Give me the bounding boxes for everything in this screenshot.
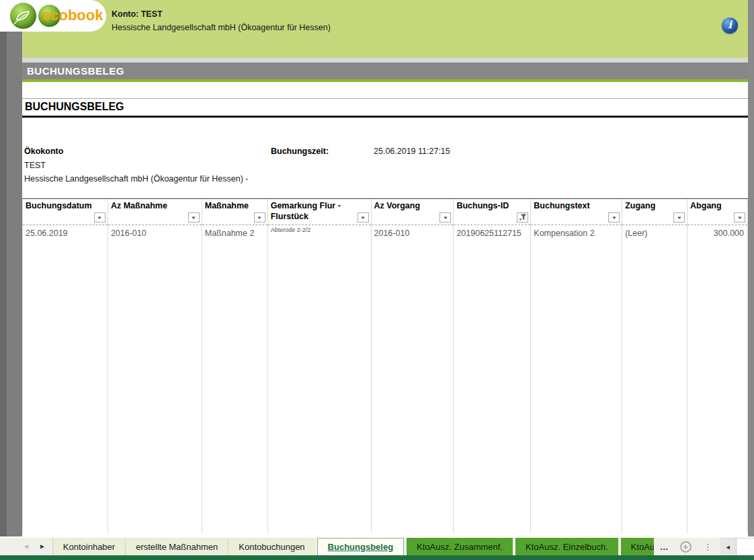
filter-arrow-icon: ▼	[737, 216, 743, 220]
column-az-vorgang: Az Vorgang▼2016-010	[372, 199, 454, 533]
cell-ma-nahme: Maßnahme 2	[202, 225, 267, 238]
tab-nav: ◄ ►	[0, 538, 52, 555]
tabbar-menu-icon[interactable]: ⋮	[697, 538, 719, 555]
column-header-buchungs-id: Buchungs-ID	[454, 199, 530, 225]
column-buchungstext: Buchungstext▼Kompensation 2	[531, 199, 622, 533]
column-header-label: Abgang	[690, 201, 722, 210]
cell-abgang: 300.000	[687, 225, 747, 238]
logo-wordmark: ecobook	[42, 7, 103, 24]
ecobook-logo: ecobook	[0, 0, 106, 32]
section-bar-accent	[22, 79, 748, 82]
info-icon[interactable]: i	[722, 17, 738, 34]
tab-overflow-ellipsis[interactable]: …	[654, 538, 675, 555]
filter-arrow-icon: ▼	[611, 216, 617, 220]
filter-arrow-icon: ▼	[257, 216, 263, 220]
sheet-tab-kontoinhaber[interactable]: Kontoinhaber	[52, 538, 125, 555]
column-buchungsdatum: Buchungsdatum▼25.06.2019	[23, 199, 108, 533]
column-header-ma-nahme: Maßnahme▼	[202, 199, 267, 225]
sheet-tab-buchungsbeleg[interactable]: Buchungsbeleg	[317, 538, 405, 555]
column-header-label: Buchungsdatum	[26, 201, 92, 210]
filter-button-buchungs-id[interactable]	[517, 212, 528, 223]
filter-button-buchungsdatum[interactable]: ▼	[94, 212, 106, 223]
column-az-ma-nahme: Az Maßnahme▼2016-010	[108, 199, 202, 533]
column-header-gemarkung-flur-flurst-ck: Gemarkung Flur - Flurstück▼	[268, 199, 371, 225]
sheet-tab-bar: ◄ ► Kontoinhabererstellte MaßnahmenKonto…	[0, 538, 754, 555]
column-header-az-ma-nahme: Az Maßnahme▼	[108, 199, 202, 225]
cell-buchungstext: Kompensation 2	[531, 225, 622, 238]
tab-strip: Kontoinhabererstellte MaßnahmenKontobuch…	[52, 538, 654, 555]
scroll-left-icon[interactable]: ◄	[720, 538, 736, 555]
top-banner: ecobook Konto: TEST Hessische Landgesell…	[0, 0, 754, 59]
account-subtitle: Hessische Landgesellschaft mbH (Ökoagent…	[112, 23, 331, 32]
column-zugang: Zugang▼(Leer)	[622, 199, 687, 533]
title-row-divider	[22, 98, 748, 99]
okokonto-name: TEST	[24, 161, 46, 170]
filter-arrow-icon: ▼	[191, 216, 197, 220]
column-header-zugang: Zugang▼	[622, 199, 687, 225]
left-window-margin	[0, 32, 22, 536]
filter-button-ma-nahme[interactable]: ▼	[254, 212, 265, 223]
cell-az-ma-nahme: 2016-010	[108, 225, 202, 238]
column-ma-nahme: Maßnahme▼Maßnahme 2	[202, 199, 268, 533]
status-strip	[0, 555, 754, 560]
account-info: Konto: TEST Hessische Landgesellschaft m…	[112, 9, 331, 32]
filter-button-zugang[interactable]: ▼	[673, 212, 685, 223]
filter-arrow-icon: ▼	[97, 216, 103, 220]
spacer-row	[22, 58, 748, 63]
scroll-track[interactable]	[736, 538, 754, 555]
column-header-abgang: Abgang▼	[687, 199, 747, 225]
bookings-table: Buchungsdatum▼25.06.2019Az Maßnahme▼2016…	[22, 198, 748, 533]
column-header-label: Zugang	[625, 201, 655, 210]
sheet-tab-ktoausz-zusammenf[interactable]: KtoAusz. Zusammenf.	[407, 538, 513, 555]
okokonto-label: Ökokonto	[24, 147, 63, 156]
filter-button-az-vorgang[interactable]: ▼	[439, 212, 451, 223]
column-header-label: Buchungstext	[534, 201, 589, 210]
next-sheet-icon[interactable]: ►	[39, 543, 46, 550]
column-header-buchungstext: Buchungstext▼	[531, 199, 622, 225]
sheet-tab-erstellte-ma-nahmen[interactable]: erstellte Maßnahmen	[125, 538, 228, 555]
section-bar-title: BUCHUNGSBELEG	[22, 63, 748, 79]
cell-gemarkung-flur-flurst-ck: Abterode 2-2/2	[268, 225, 371, 233]
filter-button-buchungstext[interactable]: ▼	[608, 212, 620, 223]
sheet-tab-kontobuchungen[interactable]: Kontobuchungen	[228, 538, 315, 555]
column-header-label: Gemarkung Flur - Flurstück	[271, 201, 341, 221]
filter-funnel-icon	[519, 214, 527, 221]
page-title: BUCHUNGSBELEG	[25, 101, 124, 113]
filter-arrow-icon: ▼	[442, 216, 448, 220]
filter-arrow-icon: ▼	[676, 216, 682, 220]
column-header-label: Maßnahme	[205, 201, 249, 210]
okokonto-org: Hessische Landgesellschaft mbH (Ökoagent…	[24, 174, 248, 184]
sheet-tab-ktoausz-einzelbuch[interactable]: KtoAusz. Einzelbuch.	[515, 538, 618, 555]
column-header-label: Buchungs-ID	[456, 201, 509, 210]
account-label: Konto: TEST	[112, 9, 331, 19]
leaf-icon	[13, 8, 33, 26]
filter-arrow-icon: ▼	[360, 216, 366, 220]
column-header-az-vorgang: Az Vorgang▼	[372, 199, 454, 225]
column-buchungs-id: Buchungs-ID20190625112715	[454, 199, 531, 533]
prev-sheet-icon[interactable]: ◄	[23, 543, 30, 550]
filter-button-abgang[interactable]: ▼	[734, 212, 745, 223]
column-header-buchungsdatum: Buchungsdatum▼	[23, 199, 108, 225]
title-underline	[22, 116, 748, 118]
add-sheet-button[interactable]: +	[680, 541, 692, 553]
column-header-label: Az Maßnahme	[111, 201, 167, 210]
column-gemarkung-flur-flurst-ck: Gemarkung Flur - Flurstück▼Abterode 2-2/…	[268, 199, 372, 533]
column-abgang: Abgang▼300.000	[687, 199, 748, 533]
sheet-tab-ktoaus[interactable]: KtoAus	[621, 538, 654, 555]
cell-buchungsdatum: 25.06.2019	[23, 225, 108, 238]
horizontal-scrollbar: ◄	[720, 538, 754, 555]
right-window-margin	[748, 0, 754, 536]
cell-buchungs-id: 20190625112715	[454, 225, 530, 238]
cell-zugang: (Leer)	[622, 225, 687, 238]
cell-az-vorgang: 2016-010	[372, 225, 454, 238]
buchungszeit-value: 25.06.2019 11:27:15	[374, 147, 450, 156]
buchungszeit-label: Buchungszeit:	[271, 147, 329, 156]
column-header-label: Az Vorgang	[374, 201, 421, 210]
filter-button-gemarkung-flur-flurst-ck[interactable]: ▼	[358, 212, 369, 223]
filter-button-az-ma-nahme[interactable]: ▼	[188, 212, 200, 223]
